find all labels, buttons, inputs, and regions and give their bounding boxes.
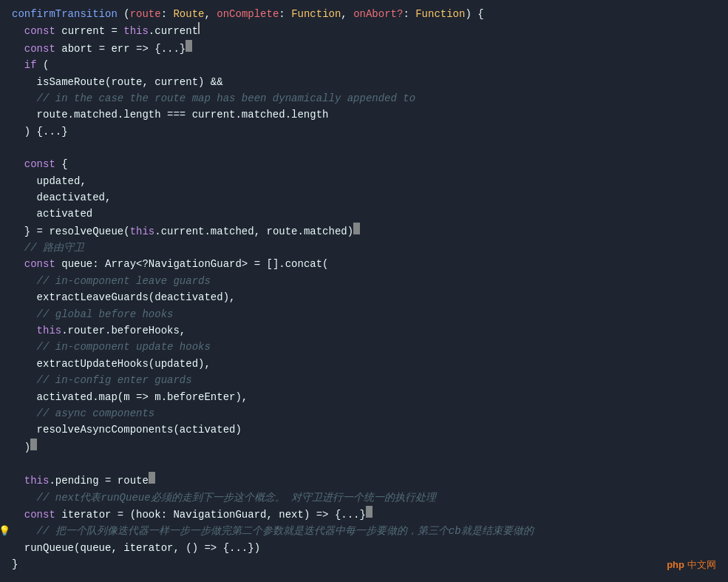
code-token: { bbox=[55, 156, 68, 172]
code-token: : bbox=[161, 6, 174, 22]
watermark-logo: php bbox=[667, 558, 684, 573]
code-token: const bbox=[24, 256, 55, 272]
code-line: // global before hooks bbox=[0, 306, 728, 322]
code-token: ) bbox=[254, 540, 260, 556]
code-token bbox=[12, 57, 24, 73]
code-token: isSameRoute(route, current) && bbox=[12, 74, 223, 90]
code-token: Function bbox=[415, 6, 465, 22]
code-token: // next代表runQueue必须的走到下一步这个概念。 对守卫进行一个统一… bbox=[37, 490, 436, 506]
code-line: // in the case the route map has been dy… bbox=[0, 90, 728, 106]
code-line: updated, bbox=[0, 173, 728, 189]
code-token bbox=[12, 339, 37, 355]
code-line: const iterator = (hook: NavigationGuard,… bbox=[0, 506, 728, 523]
code-token bbox=[12, 490, 37, 506]
code-token bbox=[12, 306, 37, 322]
code-token: runQueue(queue, iterator, () => bbox=[12, 540, 223, 556]
code-token: {...} bbox=[335, 507, 366, 523]
code-token: const bbox=[24, 507, 55, 523]
code-token: ) bbox=[12, 439, 30, 456]
bulb-icon[interactable]: 💡 bbox=[0, 524, 10, 540]
code-line: // next代表runQueue必须的走到下一步这个概念。 对守卫进行一个统一… bbox=[0, 490, 728, 506]
code-token: // global before hooks bbox=[37, 306, 174, 322]
code-token: activated bbox=[12, 206, 92, 222]
code-token: activated.map(m => m.beforeEnter), bbox=[12, 389, 248, 405]
code-token: // 路由守卫 bbox=[24, 240, 84, 256]
code-token: this bbox=[130, 223, 155, 240]
code-token: route bbox=[130, 6, 161, 22]
code-line: } = resolveQueue(this.current.matched, r… bbox=[0, 223, 728, 240]
code-token: ) bbox=[12, 123, 37, 140]
code-token: {...} bbox=[37, 123, 68, 140]
code-line: deactivated, bbox=[0, 189, 728, 206]
code-token: } = resolveQueue( bbox=[12, 223, 130, 240]
code-token: this bbox=[24, 473, 50, 489]
code-token: iterator = (hook: NavigationGuard, next)… bbox=[55, 507, 335, 523]
code-line: extractLeaveGuards(deactivated), bbox=[0, 289, 728, 305]
code-token bbox=[12, 273, 37, 289]
code-line: confirmTransition (route: Route, onCompl… bbox=[0, 6, 728, 22]
code-token bbox=[12, 256, 24, 272]
code-line: // async components bbox=[0, 405, 728, 422]
code-token bbox=[12, 523, 37, 539]
code-line: // in-component leave guards bbox=[0, 273, 728, 289]
code-token: confirmTransition bbox=[12, 6, 118, 22]
code-token bbox=[12, 405, 37, 422]
code-token: updated, bbox=[12, 173, 86, 189]
code-token: {...} bbox=[154, 41, 186, 57]
code-token: this bbox=[37, 322, 62, 339]
code-token: .current bbox=[149, 23, 198, 39]
code-line: } bbox=[0, 556, 728, 572]
code-token: // in-component leave guards bbox=[37, 273, 211, 289]
code-token: Route bbox=[173, 6, 204, 22]
code-line: // in-component update hooks bbox=[0, 339, 728, 355]
code-line: if ( bbox=[0, 57, 728, 73]
code-token: this bbox=[123, 23, 149, 39]
code-line: // in-config enter guards bbox=[0, 372, 728, 388]
code-token: ( bbox=[37, 57, 50, 73]
code-line: activated bbox=[0, 206, 728, 222]
code-line: extractUpdateHooks(updated), bbox=[0, 356, 728, 372]
code-line bbox=[0, 456, 728, 472]
code-token: // async components bbox=[37, 405, 155, 422]
code-token: onAbort? bbox=[353, 6, 403, 22]
code-token bbox=[12, 240, 24, 256]
code-line: this.pending = route bbox=[0, 472, 728, 489]
code-line: runQueue(queue, iterator, () => {...}) bbox=[0, 540, 728, 556]
code-token: current = bbox=[55, 23, 123, 39]
code-token: const bbox=[24, 23, 55, 39]
code-line: const abort = err => {...} bbox=[0, 40, 728, 57]
code-line: // 路由守卫 bbox=[0, 240, 728, 256]
code-token: abort = err => bbox=[55, 41, 154, 57]
code-token: .router.beforeHooks, bbox=[61, 322, 186, 339]
code-token bbox=[12, 372, 37, 388]
code-token: onComplete bbox=[217, 6, 279, 22]
code-token bbox=[12, 322, 37, 339]
code-token bbox=[12, 473, 24, 489]
code-line bbox=[0, 140, 728, 156]
code-token: const bbox=[24, 156, 55, 172]
code-token bbox=[12, 41, 24, 57]
code-line: route.matched.length === current.matched… bbox=[0, 106, 728, 123]
code-token: ( bbox=[118, 6, 130, 22]
watermark-text: 中文网 bbox=[687, 558, 716, 573]
watermark: php 中文网 bbox=[667, 558, 716, 573]
code-token: , bbox=[204, 6, 217, 22]
code-token bbox=[12, 23, 24, 39]
code-token: .pending = route bbox=[49, 473, 148, 489]
code-line: ) bbox=[0, 439, 728, 456]
code-token bbox=[12, 156, 24, 172]
code-line: isSameRoute(route, current) && bbox=[0, 74, 728, 90]
code-token: if bbox=[24, 57, 37, 73]
code-token: : bbox=[279, 6, 291, 22]
code-token: deactivated, bbox=[12, 189, 111, 206]
code-token: extractUpdateHooks(updated), bbox=[12, 356, 211, 372]
code-token: const bbox=[24, 41, 55, 57]
code-token: extractLeaveGuards(deactivated), bbox=[12, 289, 235, 305]
code-line: const current = this.current bbox=[0, 22, 728, 39]
code-token: // in-component update hooks bbox=[37, 339, 211, 355]
code-line: resolveAsyncComponents(activated) bbox=[0, 422, 728, 438]
code-token: resolveAsyncComponents(activated) bbox=[12, 422, 242, 438]
code-token: route.matched.length === current.matched… bbox=[12, 106, 328, 123]
code-token: , bbox=[341, 6, 353, 22]
code-line: activated.map(m => m.beforeEnter), bbox=[0, 389, 728, 405]
